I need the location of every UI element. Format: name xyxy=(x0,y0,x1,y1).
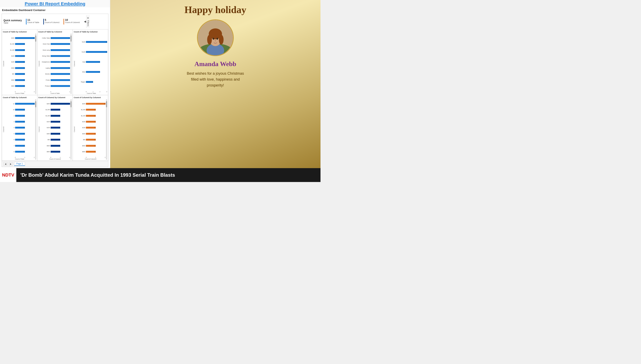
bar-fill: 1 xyxy=(86,81,93,83)
collapse-icon[interactable]: ◀ xyxy=(84,20,86,23)
bar-value: 1 xyxy=(24,61,25,63)
bar-fill: 3 xyxy=(86,51,107,53)
bar-fill: 1 xyxy=(51,139,61,140)
chart-scrollbar-6[interactable] xyxy=(106,99,107,160)
charts-grid: Count of Table by Column4Column4$2002$1,… xyxy=(2,30,108,161)
bar-track: 1 xyxy=(51,133,70,135)
stat-num-2: 5 xyxy=(45,18,60,22)
bar-row: $8001 xyxy=(5,84,35,87)
bar-value: 2 xyxy=(69,103,70,105)
x-axis-title-6: Count of Column5 xyxy=(76,158,106,160)
bar-fill: 1 xyxy=(51,115,61,117)
bar-fill: 1 xyxy=(15,109,25,110)
bar-fill: 1 xyxy=(15,151,25,152)
bar-track: 1 xyxy=(86,145,106,147)
chart-scrollbar-4[interactable] xyxy=(35,99,36,160)
bar-track: 1 xyxy=(51,43,70,45)
bar-label: $1,000 xyxy=(40,109,50,110)
bar-value: 1 xyxy=(69,49,70,51)
bar-label: $1,200 xyxy=(76,115,85,116)
svg-point-7 xyxy=(219,35,224,45)
bar-row: $1,0001 xyxy=(5,43,35,46)
bar-track: 1 xyxy=(15,85,35,87)
bar-label: Desk Chair xyxy=(40,43,50,45)
bar-value: 2 xyxy=(99,71,100,73)
bar-row: East2 xyxy=(76,60,107,64)
bar-fill: 1 xyxy=(51,109,61,110)
bar-label: $500 xyxy=(5,79,15,81)
scrollbar-thumb xyxy=(35,36,36,42)
bar-fill: 1 xyxy=(15,73,25,75)
bar-value: 1 xyxy=(59,139,60,140)
bar-label: $500 xyxy=(76,145,85,146)
news-headline: 'Dr Bomb' Abdul Karim Tunda Acquitted In… xyxy=(16,172,179,178)
bar-row: $2002 xyxy=(76,102,106,105)
page-tab-1[interactable]: Page 1 xyxy=(14,162,25,166)
bar-label: $100 xyxy=(40,121,50,122)
chart-scrollbar-5[interactable] xyxy=(71,99,72,160)
chart-scrollbar-1[interactable] xyxy=(35,34,36,94)
bar-track: 1 xyxy=(51,55,70,57)
bar-fill: 1 xyxy=(51,37,70,39)
bar-track: 1 xyxy=(51,61,70,63)
x-axis-area-3: 0123Count of Table xyxy=(76,91,107,94)
bar-label: $800 xyxy=(40,151,50,152)
bar-value: 1 xyxy=(95,133,95,135)
bar-track: 1 xyxy=(51,145,70,147)
bar-value: 1 xyxy=(95,139,95,140)
bar-fill: 1 xyxy=(15,79,25,81)
bar-label: 3 xyxy=(5,121,15,122)
y-axis-label-5: Column4 xyxy=(38,99,40,160)
filters-button[interactable]: ⚙ Filters xyxy=(86,15,90,28)
svg-point-8 xyxy=(213,38,214,40)
bar-fill: 1 xyxy=(51,145,61,147)
bar-track: 1 xyxy=(51,79,70,81)
bar-row: $1,2001 xyxy=(5,48,35,52)
ndtv-text: NDTV xyxy=(2,172,14,178)
bar-fill: 1 xyxy=(86,109,96,110)
bar-value: 2 xyxy=(104,103,105,105)
bar-track: 1 xyxy=(15,139,35,140)
page-prev-btn[interactable]: ◀ xyxy=(4,162,8,166)
bar-row: South3 xyxy=(76,50,107,54)
bar-fill: 1 xyxy=(86,121,96,123)
stat-table-count: 11 Count of Table xyxy=(26,18,39,24)
bar-track: 1 xyxy=(15,79,35,81)
page-next-btn[interactable]: ▶ xyxy=(9,162,13,166)
bar-fill: 1 xyxy=(51,121,61,123)
y-axis-label-2: Column3 xyxy=(38,34,40,94)
bar-label: $500 xyxy=(40,145,50,146)
bar-row: 81 xyxy=(5,150,35,153)
bar-row: $2002 xyxy=(40,102,70,105)
bar-label: 5 xyxy=(5,133,15,134)
bar-track: 1 xyxy=(86,109,106,110)
x-axis-area-6: 012Count of Column5 xyxy=(76,157,106,160)
bar-label: $100 xyxy=(5,55,15,57)
bar-value: 1 xyxy=(24,79,25,81)
bar-row: Monitor1 xyxy=(40,73,70,76)
chart-title-3: Count of Table by Column2 xyxy=(74,31,107,33)
dashboard-container: Quick summary Table 11 Count of Table 5 … xyxy=(2,14,108,167)
bar-label: $200 xyxy=(76,103,85,104)
bar-label: North xyxy=(76,41,85,43)
quick-summary-header: Quick summary Table 11 Count of Table 5 … xyxy=(2,14,108,30)
bar-label: $1,200 xyxy=(40,115,50,116)
stat-bar-dark-blue xyxy=(43,19,44,24)
bar-track: 1 xyxy=(15,73,35,75)
bar-value: 1 xyxy=(59,109,60,110)
chart-cell-3: Count of Table by Column2Column2North3So… xyxy=(73,30,108,95)
bar-fill: 1 xyxy=(15,127,25,128)
bar-value: 1 xyxy=(24,151,25,152)
bar-value: 2 xyxy=(99,61,100,63)
bar-track: 2 xyxy=(15,37,35,39)
bar-label: $150 xyxy=(40,127,50,128)
bar-label: $100 xyxy=(76,121,85,122)
chart-scrollbar-2[interactable] xyxy=(71,34,72,94)
scrollbar-thumb xyxy=(71,101,72,107)
bar-label: $200 xyxy=(5,37,15,39)
bar-fill: 2 xyxy=(15,37,35,39)
bar-value: 1 xyxy=(59,127,60,128)
bar-fill: 1 xyxy=(86,133,96,135)
bar-track: 1 xyxy=(51,67,70,69)
bar-value: 1 xyxy=(69,67,70,69)
